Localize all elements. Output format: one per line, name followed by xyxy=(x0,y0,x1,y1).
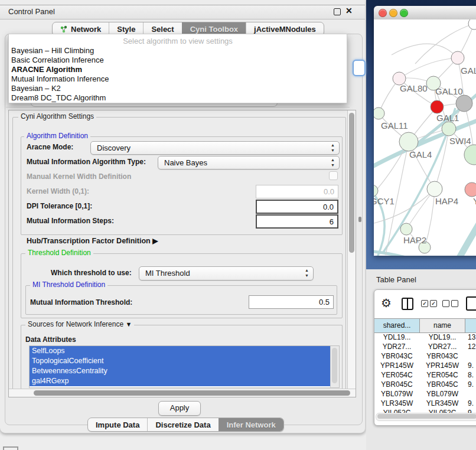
inference-algorithm-combobox-fragment[interactable] xyxy=(353,60,366,76)
algorithm-option[interactable]: Mutual Information Inference xyxy=(11,74,347,84)
deselect-all-icon[interactable] xyxy=(451,300,458,307)
table-cell: YDL19... xyxy=(374,332,419,342)
scrollbar-thumb[interactable] xyxy=(34,390,350,396)
screen: Control Panel ✕ NetworkStyleSelectCyni T… xyxy=(0,0,476,450)
attribute-item[interactable]: gal4RGexp xyxy=(30,376,331,386)
algorithm-option[interactable]: Bayesian – K2 xyxy=(11,84,347,93)
table-row[interactable]: YDR27...YDR27...12 xyxy=(374,342,476,351)
network-node-hap4[interactable] xyxy=(427,181,442,197)
scrollbar-thumb[interactable] xyxy=(332,348,337,383)
table-row[interactable]: YER054CYER054C8. xyxy=(374,370,476,380)
mi-threshold-label: Mutual Information Threshold: xyxy=(30,298,132,306)
network-node[interactable] xyxy=(456,95,472,112)
attributes-scrollbar[interactable] xyxy=(330,346,339,387)
network-node-gal11[interactable] xyxy=(374,107,384,119)
hub-section-label[interactable]: Hub/Transcription Factor Definition ▶ xyxy=(27,237,158,245)
network-node-swi4[interactable] xyxy=(442,122,456,136)
which-threshold-value: MI Threshold xyxy=(145,269,190,278)
network-node-y[interactable] xyxy=(465,182,476,197)
split-columns-icon[interactable] xyxy=(402,298,413,310)
table-header: shared...nameA xyxy=(374,318,476,333)
mi-type-combobox[interactable]: Naive Bayes ▲▼ xyxy=(158,156,340,169)
tab-label: Cyni Toolbox xyxy=(190,25,238,34)
settings-vertical-scrollbar[interactable] xyxy=(347,110,356,389)
sources-title[interactable]: Sources for Network Inference ▼ xyxy=(25,321,134,328)
tab-discretize-data[interactable]: Discretize Data xyxy=(147,418,218,431)
close-icon[interactable]: ✕ xyxy=(345,6,353,15)
tab-impute-data[interactable]: Impute Data xyxy=(88,418,147,431)
table-row[interactable]: YBR045CYBR045C9. xyxy=(374,380,476,389)
data-attributes-label: Data Attributes xyxy=(25,335,76,344)
table-cell: 13 xyxy=(468,332,476,342)
column-header[interactable]: A xyxy=(465,319,476,333)
mi-steps-field[interactable]: 6 xyxy=(256,214,338,229)
new-table-icon[interactable] xyxy=(466,296,476,311)
collapsed-arrow-icon[interactable]: ▶ xyxy=(152,237,158,245)
control-panel-region: Control Panel ✕ NetworkStyleSelectCyni T… xyxy=(0,0,366,450)
tab-infer-network[interactable]: Infer Network xyxy=(219,418,283,431)
settings-horizontal-scrollbar[interactable] xyxy=(9,389,356,397)
table-row[interactable]: YLR345WYLR345W9. xyxy=(374,399,476,408)
kernel-width-field[interactable]: 0.0 xyxy=(256,185,338,198)
table-cell: 12 xyxy=(468,342,476,351)
network-icon xyxy=(60,25,67,33)
aracne-mode-combobox[interactable]: Discovery ▲▼ xyxy=(90,141,340,155)
algorithm-option[interactable]: Dream8 DC_TDC Algorithm xyxy=(11,93,347,103)
minimize-light[interactable] xyxy=(389,9,397,17)
deselect-all-icon[interactable] xyxy=(442,300,449,307)
table-cell: YLR345W xyxy=(420,399,465,408)
settings-gear-icon[interactable]: ⚙ xyxy=(381,297,392,309)
right-region: GALGAL80GAL10GAL1GAL11SWI4GAL4GCY1HAP4YH… xyxy=(366,0,476,450)
table-row[interactable]: YBR043CYBR043C xyxy=(374,351,476,361)
group-divider xyxy=(6,107,350,107)
node-label: GAL xyxy=(461,66,476,76)
scrollbar-thumb[interactable] xyxy=(377,414,476,419)
split-divider-handle[interactable] xyxy=(358,217,361,222)
network-node-gal1[interactable] xyxy=(431,100,444,113)
data-attributes-list[interactable]: SelfLoopsTopologicalCoefficientBetweenne… xyxy=(29,345,340,388)
attribute-item[interactable]: SelfLoops xyxy=(30,346,331,356)
network-node[interactable] xyxy=(468,19,476,30)
panel-title: Control Panel xyxy=(8,7,55,16)
attribute-item[interactable]: TopologicalCoefficient xyxy=(30,356,331,366)
network-node[interactable] xyxy=(464,145,476,165)
network-window-titlebar[interactable] xyxy=(374,6,476,20)
network-canvas[interactable]: GALGAL80GAL10GAL1GAL11SWI4GAL4GCY1HAP4YH… xyxy=(374,19,476,256)
table-toolbar: ⚙ ✓ ✓ xyxy=(374,290,476,318)
table-horizontal-scrollbar[interactable] xyxy=(376,413,476,421)
attribute-item[interactable]: BetweennessCentrality xyxy=(30,366,331,376)
zoom-light[interactable] xyxy=(400,9,408,17)
dpi-tolerance-label: DPI Tolerance [0,1]: xyxy=(27,202,92,210)
select-all-icon[interactable]: ✓ xyxy=(421,300,428,307)
bottom-left-partial-icon[interactable] xyxy=(3,446,18,450)
table-row[interactable]: YDL19...YDL19...13 xyxy=(374,332,476,342)
table-row[interactable]: YPR145WYPR145W9. xyxy=(374,361,476,370)
algorithm-option[interactable]: Bayesian – Hill Climbing xyxy=(11,46,347,56)
table-cell: YBL079W xyxy=(420,389,465,399)
scrollbar-thumb[interactable] xyxy=(349,113,354,253)
table-cell: YBR043C xyxy=(374,351,419,361)
network-view-window[interactable]: GALGAL80GAL10GAL1GAL11SWI4GAL4GCY1HAP4YH… xyxy=(374,6,476,256)
network-node-gal[interactable] xyxy=(451,51,464,64)
table-cell: YPR145W xyxy=(374,361,419,370)
mi-threshold-field[interactable]: 0.5 xyxy=(249,295,334,309)
aracne-mode-label: Aracne Mode: xyxy=(27,143,73,151)
network-node-hap2[interactable] xyxy=(400,223,412,235)
select-all-icon[interactable]: ✓ xyxy=(430,300,437,307)
expanded-arrow-icon[interactable]: ▼ xyxy=(125,321,132,328)
table-row[interactable]: YBL079WYBL079W xyxy=(374,389,476,399)
apply-button[interactable]: Apply xyxy=(158,401,201,416)
close-light[interactable] xyxy=(379,9,387,17)
algorithm-option[interactable]: Basic Correlation Inference xyxy=(11,56,347,65)
network-node-gal4[interactable] xyxy=(399,132,418,151)
manual-kernel-checkbox[interactable] xyxy=(329,171,338,180)
float-panel-icon[interactable] xyxy=(334,8,341,15)
column-header[interactable]: shared... xyxy=(374,319,420,333)
dpi-tolerance-field[interactable]: 0.0 xyxy=(256,200,338,214)
column-header[interactable]: name xyxy=(420,319,465,333)
node-label: GCY1 xyxy=(374,196,395,206)
which-threshold-combobox[interactable]: MI Threshold ▲▼ xyxy=(139,266,314,281)
network-node-gcy1[interactable] xyxy=(374,185,378,197)
table-cell: YER054C xyxy=(374,370,419,380)
algorithm-option[interactable]: ARACNE Algorithm xyxy=(11,65,347,74)
